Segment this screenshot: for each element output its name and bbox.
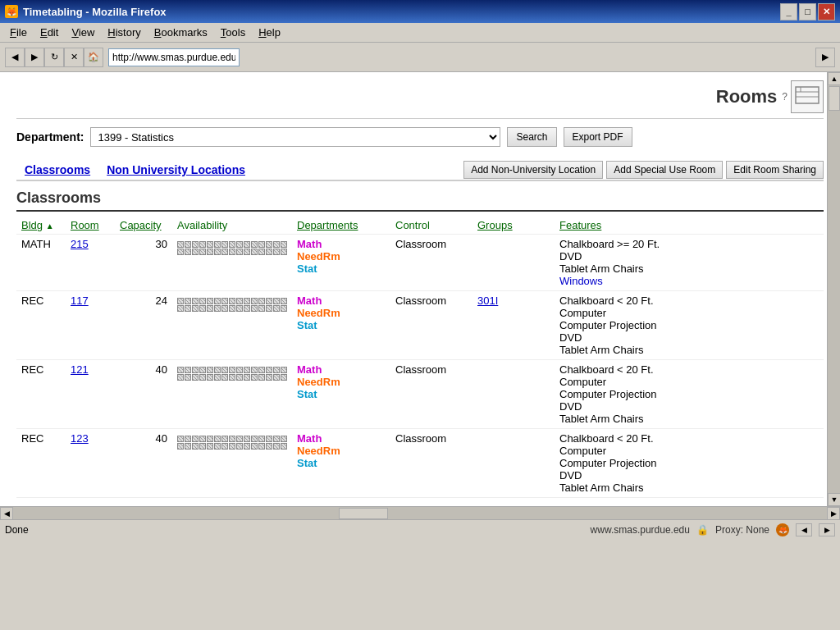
dept-math[interactable]: Math <box>297 294 386 307</box>
group-link[interactable]: 301I <box>477 294 498 307</box>
feature-item: Tablet Arm Chairs <box>559 344 819 356</box>
dept-stat[interactable]: Stat <box>297 457 386 469</box>
cell-control: Classroom <box>390 291 472 360</box>
cell-room[interactable]: 117 <box>66 291 115 360</box>
cell-room[interactable]: 215 <box>66 235 115 291</box>
cell-features: Chalkboard < 20 Ft.ComputerComputer Proj… <box>555 429 824 498</box>
department-row: Department: 1399 - Statistics Search Exp… <box>16 127 824 147</box>
features-sort-link[interactable]: Features <box>559 219 601 231</box>
cell-departments: MathNeedRmStat <box>292 291 390 360</box>
export-pdf-button[interactable]: Export PDF <box>564 127 632 147</box>
table-row: MATH 215 30 MathNeedRmStat Classroom Cha… <box>16 235 824 291</box>
feature-item: Chalkboard < 20 Ft. <box>559 294 819 307</box>
cell-room[interactable]: 123 <box>66 429 115 498</box>
scroll-right-button[interactable]: ▶ <box>827 507 840 520</box>
col-features[interactable]: Features <box>555 217 824 235</box>
dept-math[interactable]: Math <box>297 238 386 250</box>
add-non-university-button[interactable]: Add Non-University Location <box>463 161 603 179</box>
scroll-down-button[interactable]: ▼ <box>828 493 840 506</box>
tab-classrooms[interactable]: Classrooms <box>16 160 98 180</box>
home-button[interactable]: 🏠 <box>84 48 103 67</box>
tab-non-university[interactable]: Non University Locations <box>98 160 253 180</box>
close-button[interactable]: ✕ <box>818 3 835 21</box>
reload-button[interactable]: ↻ <box>44 48 64 67</box>
scroll-thumb[interactable] <box>829 86 840 111</box>
cell-bldg: REC <box>16 360 66 429</box>
address-input[interactable] <box>108 48 240 66</box>
menu-view[interactable]: View <box>65 25 101 40</box>
cell-control: Classroom <box>390 360 472 429</box>
dept-stat[interactable]: Stat <box>297 319 386 331</box>
dept-stat[interactable]: Stat <box>297 388 386 400</box>
cell-features: Chalkboard >= 20 Ft.DVDTablet Arm Chairs… <box>555 235 824 291</box>
tab-buttons: Add Non-University Location Add Special … <box>463 161 824 179</box>
cell-control: Classroom <box>390 235 472 291</box>
dept-math[interactable]: Math <box>297 432 386 445</box>
feature-item: DVD <box>559 250 819 262</box>
horiz-scroll-thumb[interactable] <box>339 508 388 519</box>
go-button[interactable]: ▶ <box>815 48 835 67</box>
menu-bar: File Edit View History Bookmarks Tools H… <box>0 23 840 43</box>
cell-bldg: REC <box>16 291 66 360</box>
page-content: Rooms ? Department: 1399 - Statistics <box>0 72 840 506</box>
maximize-button[interactable]: □ <box>799 3 816 21</box>
room-sort-link[interactable]: Room <box>71 219 99 231</box>
col-availability: Availability <box>172 217 292 235</box>
menu-tools[interactable]: Tools <box>214 25 252 40</box>
dept-needrm[interactable]: NeedRm <box>297 445 386 457</box>
horizontal-scrollbar[interactable]: ◀ ▶ <box>0 506 840 519</box>
cell-availability <box>172 291 292 360</box>
capacity-sort-link[interactable]: Capacity <box>120 219 162 231</box>
status-proxy: Proxy: None <box>715 524 769 536</box>
department-select[interactable]: 1399 - Statistics <box>90 127 500 147</box>
dept-math[interactable]: Math <box>297 363 386 376</box>
feature-item: DVD <box>559 400 819 413</box>
status-url: www.smas.purdue.edu <box>591 524 690 536</box>
bldg-sort-link[interactable]: Bldg <box>21 219 43 231</box>
status-btn-1[interactable]: ◀ <box>796 523 812 536</box>
firefox-status-icon: 🦊 <box>776 523 789 536</box>
add-special-use-button[interactable]: Add Special Use Room <box>606 161 723 179</box>
menu-edit[interactable]: Edit <box>34 25 65 40</box>
horiz-scroll-track[interactable] <box>13 507 827 519</box>
feature-item: Computer Projection <box>559 388 819 400</box>
scroll-up-button[interactable]: ▲ <box>828 72 840 85</box>
col-departments[interactable]: Departments <box>292 217 390 235</box>
col-capacity[interactable]: Capacity <box>115 217 172 235</box>
menu-history[interactable]: History <box>101 25 147 40</box>
classrooms-section-title: Classrooms <box>16 189 824 212</box>
cell-capacity: 40 <box>115 429 172 498</box>
col-room[interactable]: Room <box>66 217 115 235</box>
edit-room-sharing-button[interactable]: Edit Room Sharing <box>726 161 824 179</box>
page-title: Rooms <box>716 86 778 107</box>
tabs-row: Classrooms Non University Locations Add … <box>16 160 824 181</box>
scroll-left-button[interactable]: ◀ <box>0 507 13 520</box>
toolbar: ◀ ▶ ↻ ✕ 🏠 ▶ <box>0 43 840 72</box>
departments-sort-link[interactable]: Departments <box>297 219 358 231</box>
forward-button[interactable]: ▶ <box>25 48 44 67</box>
dept-stat[interactable]: Stat <box>297 262 386 275</box>
feature-item: Windows <box>559 275 819 287</box>
back-button[interactable]: ◀ <box>5 48 25 67</box>
stop-button[interactable]: ✕ <box>64 48 84 67</box>
col-groups[interactable]: Groups <box>472 217 555 235</box>
cell-bldg: REC <box>16 429 66 498</box>
menu-help[interactable]: Help <box>252 25 287 40</box>
cell-room[interactable]: 121 <box>66 360 115 429</box>
search-button[interactable]: Search <box>507 127 556 147</box>
help-icon[interactable]: ? <box>782 91 788 103</box>
dept-needrm[interactable]: NeedRm <box>297 376 386 388</box>
minimize-button[interactable]: _ <box>780 3 797 21</box>
scroll-track[interactable] <box>828 85 840 493</box>
col-bldg[interactable]: Bldg ▲ <box>16 217 66 235</box>
feature-item: Tablet Arm Chairs <box>559 262 819 275</box>
menu-bookmarks[interactable]: Bookmarks <box>148 25 214 40</box>
vertical-scrollbar[interactable]: ▲ ▼ <box>827 72 840 506</box>
cell-groups <box>472 429 555 498</box>
table-row: REC 117 24 MathNeedRmStat Classroom 301I… <box>16 291 824 360</box>
groups-sort-link[interactable]: Groups <box>477 219 513 231</box>
dept-needrm[interactable]: NeedRm <box>297 250 386 262</box>
status-btn-2[interactable]: ▶ <box>819 523 835 536</box>
menu-file[interactable]: File <box>3 25 34 40</box>
dept-needrm[interactable]: NeedRm <box>297 307 386 319</box>
